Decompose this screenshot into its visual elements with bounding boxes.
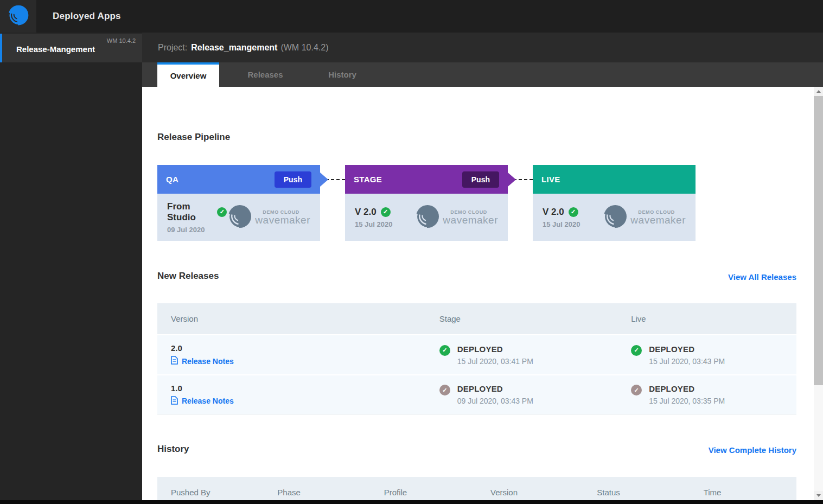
column-version: Version — [477, 488, 583, 497]
release-notes-link[interactable]: Release Notes — [171, 396, 426, 406]
history-title: History — [157, 444, 189, 455]
pipeline-card-qa: QA Push From Studio 09 Jul 2020 — [157, 165, 320, 241]
qa-push-button[interactable]: Push — [275, 171, 311, 188]
column-pushed-by: Pushed By — [157, 488, 264, 497]
sidebar-item-release-mangement[interactable]: WM 10.4.2 Release-Mangement — [0, 34, 142, 62]
status-badge: DEPLOYED — [649, 384, 725, 393]
tabbar: Overview Releases History — [142, 62, 823, 87]
check-circle-icon — [217, 207, 227, 217]
stage-status-cell: DEPLOYED 15 Jul 2020, 03:41 PM — [426, 344, 617, 366]
topbar: Deployed Apps — [0, 0, 823, 33]
column-time: Time — [690, 488, 796, 497]
wavemaker-wave-icon — [602, 203, 628, 232]
window-bottom-edge — [0, 500, 823, 504]
qa-stage-name: QA — [166, 175, 178, 184]
check-circle-icon — [439, 345, 450, 356]
release-notes-label: Release Notes — [182, 357, 234, 366]
new-releases-table-header: Version Stage Live — [157, 303, 796, 334]
stage-stage-name: STAGE — [354, 175, 382, 184]
qa-card-header: QA Push — [157, 165, 320, 194]
column-status: Status — [583, 488, 690, 497]
column-stage: Stage — [426, 314, 617, 323]
check-circle-icon — [631, 345, 642, 356]
pipeline-card-live: LIVE V 2.0 15 Jul 2020 — [533, 165, 696, 241]
live-status-cell: DEPLOYED 15 Jul 2020, 03:35 PM — [617, 384, 796, 405]
live-stage-name: LIVE — [541, 175, 560, 184]
demo-cloud-logo: DEMO CLOUD wavemaker — [602, 203, 686, 232]
scroll-down-button[interactable] — [814, 491, 823, 500]
check-circle-icon — [631, 385, 642, 395]
wavemaker-logo-icon — [7, 4, 30, 29]
view-complete-history-link[interactable]: View Complete History — [709, 445, 796, 455]
live-date: 15 Jul 2020 — [543, 220, 580, 228]
qa-card-body: From Studio 09 Jul 2020 — [157, 194, 320, 241]
overview-content: Release Pipeline QA Push From Studio — [142, 87, 823, 504]
release-notes-link[interactable]: Release Notes — [171, 356, 426, 366]
version-value: 1.0 — [171, 384, 426, 393]
stage-version: V 2.0 — [355, 207, 377, 218]
release-notes-label: Release Notes — [182, 397, 234, 405]
scroll-up-button[interactable] — [814, 87, 823, 96]
scroll-down-icon — [816, 494, 821, 497]
column-live: Live — [617, 314, 796, 323]
scroll-up-icon — [816, 90, 821, 93]
column-profile: Profile — [371, 488, 477, 497]
wavemaker-label: wavemaker — [443, 215, 498, 225]
live-status-cell: DEPLOYED 15 Jul 2020, 03:43 PM — [617, 344, 796, 366]
sidebar-item-wm-version: WM 10.4.2 — [107, 37, 136, 44]
wavemaker-label: wavemaker — [630, 215, 686, 225]
status-timestamp: 09 Jul 2020, 03:43 PM — [457, 397, 533, 405]
project-name: Release_mangement — [191, 43, 277, 53]
project-prefix: Project: — [158, 43, 187, 53]
status-timestamp: 15 Jul 2020, 03:43 PM — [649, 357, 725, 366]
tab-overview[interactable]: Overview — [157, 62, 219, 87]
status-badge: DEPLOYED — [457, 384, 533, 393]
wavemaker-logo-box — [0, 0, 36, 33]
column-phase: Phase — [264, 488, 370, 497]
check-circle-icon — [569, 207, 578, 217]
demo-cloud-logo: DEMO CLOUD wavemaker — [227, 203, 310, 232]
wavemaker-wave-icon — [227, 203, 253, 232]
qa-version: From Studio — [167, 201, 213, 223]
stage-status-cell: DEPLOYED 09 Jul 2020, 03:43 PM — [426, 384, 617, 405]
qa-date: 09 Jul 2020 — [167, 226, 227, 234]
status-timestamp: 15 Jul 2020, 03:35 PM — [649, 397, 725, 405]
stage-push-button[interactable]: Push — [462, 171, 499, 188]
new-releases-table: Version Stage Live 2.0 Release Notes — [157, 303, 796, 414]
sidebar-item-label: Release-Mangement — [16, 44, 135, 54]
table-row: 2.0 Release Notes DEPLOYED 15 Jul 202 — [157, 335, 796, 374]
document-icon — [171, 356, 178, 366]
project-header: Project: Release_mangement (WM 10.4.2) — [142, 33, 823, 62]
new-releases-title: New Releases — [157, 271, 219, 282]
wavemaker-label: wavemaker — [255, 215, 310, 225]
wavemaker-wave-icon — [414, 203, 441, 232]
version-value: 2.0 — [171, 343, 426, 353]
status-badge: DEPLOYED — [457, 344, 533, 354]
demo-cloud-logo: DEMO CLOUD wavemaker — [414, 203, 498, 232]
project-version: (WM 10.4.2) — [280, 43, 328, 53]
scrollbar-thumb[interactable] — [814, 96, 823, 385]
pipeline-card-stage: STAGE Push V 2.0 15 Jul 2020 — [345, 165, 508, 241]
table-row: 1.0 Release Notes DEPLOYED 09 Jul 202 — [157, 375, 796, 414]
live-card-body: V 2.0 15 Jul 2020 — [533, 194, 696, 241]
tab-releases[interactable]: Releases — [234, 62, 296, 87]
status-timestamp: 15 Jul 2020, 03:41 PM — [457, 357, 533, 366]
stage-card-body: V 2.0 15 Jul 2020 — [345, 194, 508, 241]
view-all-releases-link[interactable]: View All Releases — [728, 272, 796, 282]
sidebar: WM 10.4.2 Release-Mangement — [0, 33, 142, 504]
stage-card-header: STAGE Push — [345, 165, 508, 194]
stage-date: 15 Jul 2020 — [355, 220, 392, 228]
column-version: Version — [157, 314, 426, 323]
live-card-header: LIVE — [533, 165, 696, 194]
document-icon — [171, 396, 178, 406]
app-title: Deployed Apps — [53, 11, 121, 22]
release-pipeline-title: Release Pipeline — [157, 132, 796, 143]
check-circle-icon — [439, 385, 450, 395]
release-pipeline: QA Push From Studio 09 Jul 2020 — [157, 165, 796, 241]
live-version: V 2.0 — [543, 207, 564, 218]
main-panel: Project: Release_mangement (WM 10.4.2) O… — [142, 33, 823, 504]
deployed-apps-window: Deployed Apps WM 10.4.2 Release-Mangemen… — [0, 0, 823, 504]
check-circle-icon — [381, 207, 391, 217]
tab-history[interactable]: History — [311, 62, 373, 87]
vertical-scrollbar[interactable] — [814, 87, 823, 504]
